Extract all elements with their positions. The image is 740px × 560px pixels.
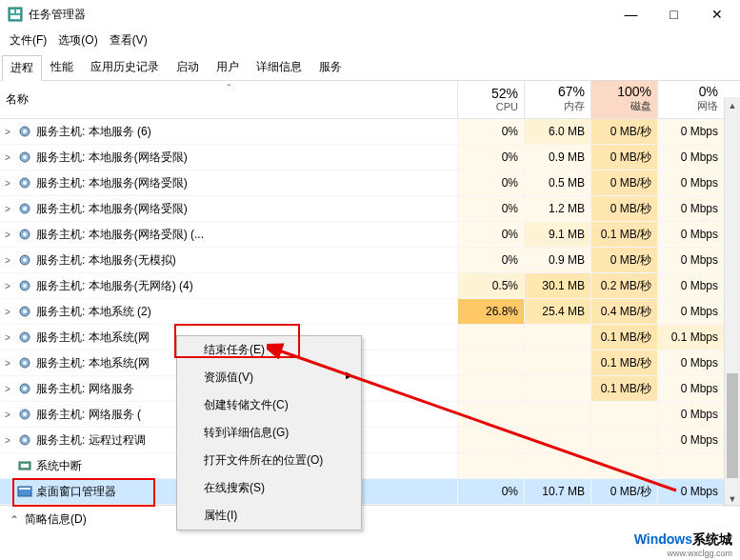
expand-toggle[interactable]: > [0,281,15,291]
col-header-network[interactable]: 0% 网络 [657,81,724,118]
svg-point-15 [23,258,27,262]
cpu-cell: 0% [457,196,524,221]
col-header-memory[interactable]: 67% 内存 [524,81,590,118]
process-name: 桌面窗口管理器 [36,484,116,500]
ctx-open-file-location[interactable]: 打开文件所在的位置(O) [177,447,361,474]
fewer-details-link[interactable]: 简略信息(D) [25,511,87,528]
table-row[interactable]: >服务主机: 远程过程调0 Mbps [0,428,724,453]
menu-view[interactable]: 查看(V) [106,30,151,50]
expand-toggle[interactable]: > [0,307,15,317]
process-name-cell: 服务主机: 本地服务(无网络) (4) [15,278,457,294]
tab-startup[interactable]: 启动 [168,54,208,80]
svg-point-21 [23,335,27,339]
gear-icon [17,227,32,242]
gear-icon [17,150,32,165]
disk-cell: 0 MB/秒 [590,119,657,144]
svg-point-9 [23,181,27,185]
expand-toggle[interactable]: > [0,152,15,163]
memory-cell [524,325,590,350]
expand-toggle[interactable]: > [0,410,15,420]
disk-cell: 0 MB/秒 [590,479,657,504]
col-header-cpu[interactable]: 52% CPU [457,81,524,118]
table-row[interactable]: >服务主机: 本地服务(无网络) (4)0.5%30.1 MB0.2 MB/秒0… [0,273,724,299]
footer-bar: ⌃ 简略信息(D) [0,505,740,533]
ctx-search-online[interactable]: 在线搜索(S) [177,474,361,502]
tab-users[interactable]: 用户 [208,54,248,80]
ctx-resource-values[interactable]: 资源值(V) ▶ [177,364,361,391]
col-header-name[interactable]: ⌃ 名称 [0,81,457,118]
process-name: 服务主机: 本地服务 (6) [36,124,151,140]
menu-options[interactable]: 选项(O) [54,30,101,50]
tab-app-history[interactable]: 应用历史记录 [82,54,168,80]
table-row[interactable]: >服务主机: 本地系统(网0.1 MB/秒0 Mbps [0,350,724,376]
disk-pct: 100% [593,84,651,99]
table-row[interactable]: >服务主机: 本地系统(网0.1 MB/秒0.1 Mbps [0,325,724,350]
table-row[interactable]: >服务主机: 本地服务(网络受限)0%1.2 MB0 MB/秒0 Mbps [0,196,724,222]
table-row[interactable]: >服务主机: 本地系统 (2)26.8%25.4 MB0.4 MB/秒0 Mbp… [0,299,724,325]
cpu-cell: 26.8% [457,299,524,324]
process-name: 服务主机: 网络服务 [36,381,134,397]
process-name: 服务主机: 网络服务 ( [36,407,141,423]
disk-cell [590,453,657,478]
close-button[interactable]: ✕ [695,0,738,29]
table-row[interactable]: >服务主机: 本地服务(网络受限)0%0.9 MB0 MB/秒0 Mbps [0,145,724,170]
vertical-scrollbar[interactable]: ▲ ▼ [724,97,740,507]
menu-file[interactable]: 文件(F) [6,30,50,50]
process-name: 服务主机: 本地服务(网络受限) [36,150,188,166]
cpu-cell: 0% [457,248,524,272]
disk-cell [590,428,657,452]
cpu-cell: 0% [457,119,524,144]
process-list[interactable]: >服务主机: 本地服务 (6)0%6.0 MB0 MB/秒0 Mbps>服务主机… [0,119,740,505]
table-row[interactable]: >服务主机: 网络服务0.1 MB/秒0 Mbps [0,376,724,402]
tab-performance[interactable]: 性能 [42,54,82,80]
expand-toggle[interactable]: > [0,358,15,369]
ctx-properties[interactable]: 属性(I) [177,502,361,530]
expand-toggle[interactable]: > [0,255,15,266]
net-lbl: 网络 [660,99,718,113]
scrollbar-thumb[interactable] [727,373,738,478]
tab-processes[interactable]: 进程 [2,55,42,81]
table-row[interactable]: >服务主机: 本地服务 (6)0%6.0 MB0 MB/秒0 Mbps [0,119,724,145]
expand-toggle[interactable]: > [0,435,15,446]
tab-details[interactable]: 详细信息 [248,54,310,80]
tab-bar: 进程 性能 应用历史记录 启动 用户 详细信息 服务 [0,54,740,81]
table-row[interactable]: 桌面窗口管理器0%10.7 MB0 MB/秒0 Mbps [0,479,724,505]
ctx-create-dump[interactable]: 创建转储文件(C) [177,391,361,419]
table-row[interactable]: >服务主机: 本地服务(网络受限)0%0.5 MB0 MB/秒0 Mbps [0,170,724,196]
expand-toggle[interactable]: > [0,332,15,343]
expand-toggle[interactable]: > [0,178,15,189]
table-row[interactable]: >服务主机: 本地服务(网络受限) (...0%9.1 MB0.1 MB/秒0 … [0,222,724,248]
disk-cell: 0.2 MB/秒 [590,273,657,298]
process-name: 服务主机: 本地系统 (2) [36,304,151,320]
cpu-cell: 0% [457,170,524,195]
scroll-up-icon[interactable]: ▲ [725,97,740,113]
table-row[interactable]: 系统中断 [0,453,724,479]
expand-toggle[interactable]: > [0,230,15,240]
disk-cell: 0.1 MB/秒 [590,376,657,401]
maximize-button[interactable]: □ [652,0,695,29]
process-name: 服务主机: 本地系统(网 [36,355,150,371]
network-cell: 0 Mbps [657,376,724,401]
table-row[interactable]: >服务主机: 网络服务 (0 Mbps [0,402,724,428]
dwm-icon [17,484,32,499]
process-name-cell: 服务主机: 本地系统 (2) [15,304,457,320]
cpu-pct: 52% [460,86,518,101]
svg-rect-2 [16,10,20,13]
table-row[interactable]: >服务主机: 本地服务(无模拟)0%0.9 MB0 MB/秒0 Mbps [0,248,724,273]
disk-cell: 0 MB/秒 [590,170,657,195]
memory-cell [524,428,590,452]
svg-rect-31 [21,464,29,468]
col-header-disk[interactable]: 100% 磁盘 [590,81,657,118]
expand-toggle[interactable]: > [0,384,15,394]
chevron-up-icon[interactable]: ⌃ [10,513,19,527]
col-name-label: 名称 [6,91,29,108]
gear-icon [17,304,32,319]
ctx-goto-details[interactable]: 转到详细信息(G) [177,419,361,447]
expand-toggle[interactable]: > [0,204,15,214]
minimize-button[interactable]: — [610,0,652,29]
expand-toggle[interactable]: > [0,127,15,137]
tab-services[interactable]: 服务 [310,54,350,80]
ctx-end-task[interactable]: 结束任务(E) [177,336,361,364]
svg-point-11 [23,207,27,210]
cpu-cell [457,453,524,478]
